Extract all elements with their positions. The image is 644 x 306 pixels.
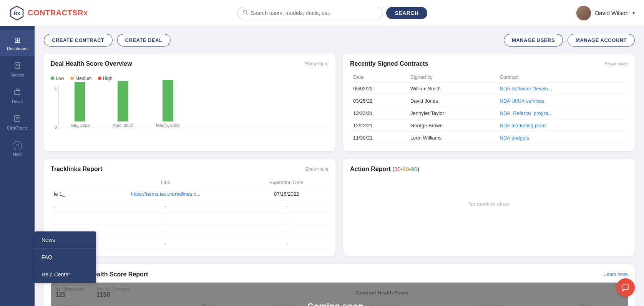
legend-medium: Medium — [70, 76, 92, 81]
svg-text:Rx: Rx — [14, 10, 20, 16]
avatar — [576, 6, 591, 20]
action-buttons-row: CREATE CONTRACT CREATE DEAL MANAGE USERS… — [44, 34, 635, 47]
coming-soon-overlay: Coming soon... — [51, 283, 628, 306]
help-menu-helpcenter[interactable]: Help Center — [35, 266, 96, 283]
table-row: 12/23/21 Jennyfer Taylor NDA_Referral_pr… — [350, 107, 628, 120]
coming-soon-text: Coming soon... — [307, 301, 371, 306]
col-contract: Contract — [497, 72, 628, 83]
learn-more-link[interactable]: Learn more — [604, 272, 628, 277]
cell-signed-by: David Jones — [407, 95, 497, 107]
legend-low: Low — [51, 76, 64, 81]
logo-icon: Rx — [9, 5, 25, 21]
contracts-table-body: 05/02/22 William Smith NDA Software Deve… — [350, 83, 628, 144]
cell-contract[interactable]: NDA UI/UX services — [497, 95, 628, 107]
list-item: - - - — [51, 200, 329, 213]
sidebar-item-models[interactable]: Models — [0, 56, 35, 83]
col-date: Date — [350, 72, 407, 83]
health-score-card: ContractsRx Health Score Report Learn mo… — [44, 264, 635, 306]
main-content: CREATE CONTRACT CREATE DEAL MANAGE USERS… — [35, 26, 644, 306]
tracklinks-table-head: Link Expiration Date — [51, 177, 329, 188]
search-area: SEARCH — [88, 7, 577, 19]
cell-signed-by: George Brown — [407, 120, 497, 132]
legend-high: High — [98, 76, 113, 81]
cell-contract[interactable]: NDA marketing plans — [497, 120, 628, 132]
chart-area: Low Medium High 1 0 May, 2022 — [51, 72, 329, 140]
help-dropdown: News FAQ Help Center — [35, 231, 96, 283]
search-input[interactable] — [251, 10, 377, 16]
health-score-header: ContractsRx Health Score Report Learn mo… — [51, 271, 628, 278]
user-area[interactable]: David Wilson ▾ — [576, 6, 635, 20]
cell-link: - — [87, 237, 244, 249]
sidebar-item-label: Models — [10, 73, 24, 77]
create-deal-button[interactable]: CREATE DEAL — [117, 34, 171, 47]
recently-signed-title: Recently Signed Contracts — [350, 60, 428, 67]
cell-signed-by: Leon Williams — [407, 132, 497, 144]
logo-text: CONTRACTSRx — [28, 8, 88, 17]
cell-signed-by: William Smith — [407, 83, 497, 95]
sidebar-item-help[interactable]: ? Help — [0, 136, 35, 162]
app-body: ⊞ Dashboard Models Deals ClickTracts ? H… — [0, 26, 644, 306]
deal-health-header: Deal Health Score Overview Show more — [51, 60, 329, 67]
sidebar-item-dashboard[interactable]: ⊞ Dashboard — [0, 30, 35, 56]
recently-signed-header: Recently Signed Contracts Show more — [350, 60, 628, 67]
table-row: 11/30/21 Leon Williams NDA budgets — [350, 132, 628, 144]
table-row: 03/25/22 David Jones NDA UI/UX services — [350, 95, 628, 107]
manage-users-button[interactable]: MANAGE USERS — [504, 34, 563, 47]
health-table-wrapper: No. Clients folder 125 Total No. Contrac… — [51, 283, 628, 306]
y-axis-bottom: 0 — [55, 125, 57, 130]
tracklinks-header: Tracklinks Report Show more — [51, 166, 329, 173]
cell-date: 12/23/21 — [350, 107, 407, 120]
cell-contract[interactable]: NDA budgets — [497, 132, 628, 144]
bar-march-rect — [163, 80, 173, 121]
clicktracts-icon — [13, 115, 21, 124]
col-signed-by: Signed by — [407, 72, 497, 83]
sidebar-item-deals[interactable]: Deals — [0, 83, 35, 109]
cell-contract[interactable]: NDA_Referral_progra... — [497, 107, 628, 120]
svg-point-2 — [244, 10, 247, 13]
cell-name: - — [51, 200, 87, 213]
manage-account-button[interactable]: MANAGE ACCOUNT — [568, 34, 635, 47]
cell-link: - — [87, 200, 244, 213]
cell-signed-by: Jennyfer Taylor — [407, 107, 497, 120]
action-report-card: Action Report (30-60-90) No deals to sho… — [343, 159, 635, 256]
no-deals-text: No deals to show — [468, 201, 510, 207]
left-action-buttons: CREATE CONTRACT CREATE DEAL — [44, 34, 504, 47]
cell-expiration: - — [244, 237, 329, 249]
contracts-table-head: Date Signed by Contract — [350, 72, 628, 83]
sidebar: ⊞ Dashboard Models Deals ClickTracts ? H… — [0, 26, 35, 306]
recently-signed-show-more[interactable]: Show more — [604, 61, 628, 67]
search-button[interactable]: SEARCH — [386, 7, 427, 19]
sidebar-item-clicktracts[interactable]: ClickTracts — [0, 109, 35, 136]
search-box — [237, 7, 383, 19]
chat-button[interactable] — [616, 278, 635, 297]
help-menu-news[interactable]: News — [35, 231, 96, 249]
bar-march-label: March, 2022 — [156, 123, 179, 128]
bar-march: March, 2022 — [156, 80, 179, 128]
create-contract-button[interactable]: CREATE CONTRACT — [44, 34, 113, 47]
action-report-title: Action Report (30-60-90) — [350, 166, 419, 173]
bar-may-label: May, 2022 — [70, 123, 90, 128]
deal-health-card: Deal Health Score Overview Show more Low… — [44, 53, 335, 151]
chart-bars: May, 2022 April, 2022 March, 2022 — [58, 86, 329, 128]
sidebar-item-label: Dashboard — [7, 46, 28, 51]
range-90: 90 — [411, 166, 418, 172]
sidebar-item-label: Help — [13, 152, 22, 156]
cell-date: 11/30/21 — [350, 132, 407, 144]
cell-contract[interactable]: NDA Software Develo... — [497, 83, 628, 95]
cell-expiration: - — [244, 225, 329, 237]
cell-link[interactable]: https://terms.test.noredlines.c... — [87, 188, 244, 200]
bar-may-rect — [75, 82, 85, 121]
deal-health-show-more[interactable]: Show more — [305, 61, 329, 67]
cell-date: 05/02/22 — [350, 83, 407, 95]
cell-expiration: 07/15/2022 — [244, 188, 329, 200]
action-report-content: No deals to show — [350, 177, 628, 231]
tracklinks-show-more[interactable]: Show more — [305, 166, 329, 172]
help-menu-faq[interactable]: FAQ — [35, 249, 96, 266]
chart-wrapper: 1 0 May, 2022 April, 2022 — [51, 86, 329, 136]
col-expiration: Expiration Date — [244, 177, 329, 188]
col-link: Link — [87, 177, 244, 188]
top-cards-row: Deal Health Score Overview Show more Low… — [44, 53, 635, 151]
contracts-table: Date Signed by Contract 05/02/22 William… — [350, 72, 628, 144]
svg-rect-7 — [15, 91, 20, 95]
models-icon — [13, 62, 21, 71]
